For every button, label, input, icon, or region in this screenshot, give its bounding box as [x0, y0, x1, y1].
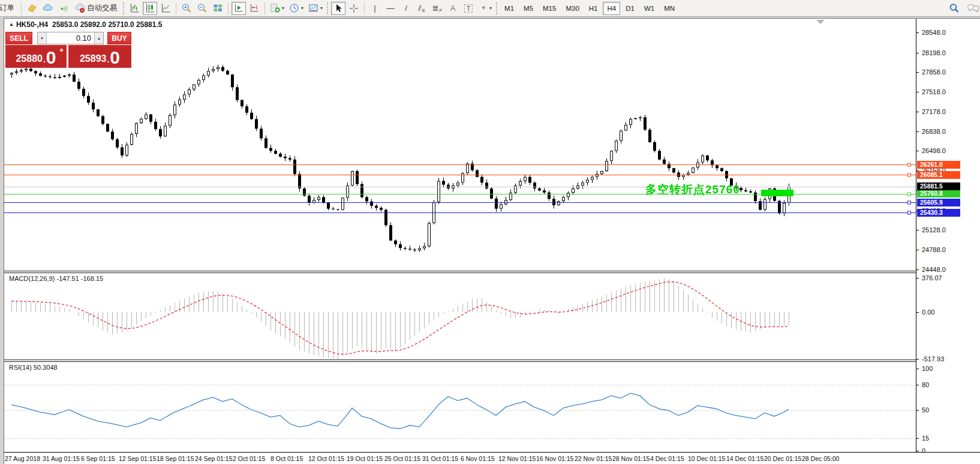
search-button[interactable]: [947, 2, 961, 15]
crosshair-icon: [349, 4, 359, 13]
one-click-trade-panel: SELL ▾ ▴ BUY 25880 . 0 25893 . 0: [5, 32, 132, 68]
text-label-tool-button[interactable]: T: [461, 2, 476, 15]
date-tick-label: 12 Sep 01:15: [119, 455, 156, 462]
axis-tick-label: 24788.0: [922, 246, 946, 253]
sell-price-display[interactable]: 25880 . 0: [5, 45, 67, 68]
hline-price-tag[interactable]: 26085.1: [917, 171, 960, 179]
axis-tick-label: -517.93: [922, 355, 944, 363]
tf-button-h1[interactable]: H1: [585, 2, 602, 15]
axis-tick-mark: [916, 359, 919, 360]
tile-windows-button[interactable]: [211, 2, 225, 15]
label-tool-icon: T: [464, 4, 473, 13]
tf-button-m15[interactable]: M15: [539, 2, 560, 15]
sell-button[interactable]: SELL: [5, 32, 32, 44]
tf-button-m30[interactable]: M30: [561, 2, 583, 15]
axis-tick-label: 24448.0: [922, 266, 946, 273]
zoom-out-button[interactable]: [195, 2, 209, 15]
date-tick-label: 24 Sep 01:15: [195, 455, 232, 462]
axis-tick-mark: [916, 451, 919, 451]
tf-button-m1[interactable]: M1: [500, 2, 518, 15]
autoscroll-icon: [234, 3, 244, 13]
toolbar-right-group: [946, 0, 980, 16]
date-tick-label: 8 Oct 01:15: [270, 455, 303, 462]
pane-separator[interactable]: [4, 271, 980, 273]
hline-price-tag[interactable]: 25605.9: [917, 199, 960, 206]
favorites-button[interactable]: [25, 2, 39, 15]
autotrade-button[interactable]: 自动交易: [71, 2, 121, 15]
support-zone-highlight[interactable]: [761, 190, 793, 196]
periods-button[interactable]: ▾: [287, 2, 305, 15]
indicators-button[interactable]: ▾: [268, 2, 286, 15]
volume-decrease-button[interactable]: ▾: [38, 32, 47, 44]
toolbar-grip: [327, 2, 329, 14]
tf-button-h4[interactable]: H4: [603, 2, 620, 15]
signals-icon: [58, 3, 68, 13]
price-chart-canvas[interactable]: [4, 19, 916, 452]
tf-button-w1[interactable]: W1: [640, 2, 659, 15]
axis-tick-label: 80: [922, 381, 929, 388]
hline-price-tag[interactable]: 25760.8: [917, 190, 960, 197]
chart-shift-marker-icon[interactable]: [816, 20, 825, 24]
date-tick-label: 6 Sep 01:15: [81, 455, 115, 462]
date-tick-label: 20 Dec 01:15: [764, 455, 801, 462]
panel-handle-icon: [59, 48, 64, 52]
toolbar-grip: [496, 2, 498, 14]
chat-icon: [967, 3, 980, 14]
date-tick-label: 14 Dec 01:15: [726, 455, 763, 462]
community-button[interactable]: [40, 2, 55, 15]
date-axis[interactable]: 27 Aug 201831 Aug 01:156 Sep 01:1512 Sep…: [4, 452, 980, 464]
sell-price-dot: .: [43, 52, 46, 67]
tf-button-d1[interactable]: D1: [621, 2, 639, 15]
axis-tick-label: 376.07: [922, 274, 942, 282]
bar-chart-button[interactable]: [127, 2, 142, 15]
tf-button-mn[interactable]: MN: [660, 2, 679, 15]
zoom-in-button[interactable]: [179, 2, 194, 15]
pivot-annotation-text[interactable]: 多空转折点25760: [645, 182, 740, 197]
cursor-tool-button[interactable]: [331, 2, 345, 15]
templates-button[interactable]: ▾: [306, 2, 324, 15]
new-order-button[interactable]: 订单: [0, 2, 18, 15]
candlestick-chart-button[interactable]: [143, 2, 157, 15]
buy-price-display[interactable]: 25893 . 0: [68, 45, 131, 68]
line-chart-button[interactable]: [158, 2, 173, 15]
equidistant-channel-tool-button[interactable]: ⫽ E: [414, 2, 429, 15]
trendline-tool-button[interactable]: /: [399, 2, 413, 15]
horizontal-line-tool-button[interactable]: —: [383, 2, 398, 15]
hline-price-tag[interactable]: 25430.3: [917, 209, 960, 217]
rsi-indicator-label: RSI(14) 50.3048: [9, 364, 58, 371]
date-tick-label: 2 Oct 01:15: [233, 455, 265, 462]
sell-price-big-digit: 0: [46, 49, 56, 67]
volume-spinner: ▾ ▴: [37, 32, 104, 44]
date-tick-label: 4 Dec 01:15: [650, 455, 684, 462]
chat-button[interactable]: [966, 2, 980, 15]
templates-icon: [308, 3, 319, 14]
chart-title: ▲HK50-,H4 25853.0 25892.0 25710.0 25881.…: [9, 20, 162, 29]
autoscroll-button[interactable]: [232, 2, 246, 15]
buy-button[interactable]: BUY: [107, 32, 131, 44]
price-axis[interactable]: 28548.028198.027858.027518.027178.026838…: [916, 19, 980, 464]
toolbar-grip: [123, 2, 125, 14]
chart-shift-button[interactable]: [247, 2, 261, 15]
channel-icon: ⫽: [418, 4, 422, 13]
bid-price-tag[interactable]: 25881.5: [917, 182, 960, 190]
axis-tick-mark: [916, 72, 919, 73]
axis-tick-mark: [916, 32, 919, 33]
tf-button-m5[interactable]: M5: [519, 2, 537, 15]
volume-increase-button[interactable]: ▴: [94, 32, 103, 44]
signals-button[interactable]: [56, 2, 70, 15]
hline-price-tag[interactable]: 26261.0: [917, 161, 960, 169]
vertical-line-tool-button[interactable]: |: [368, 2, 382, 15]
axis-tick-mark: [916, 250, 919, 250]
date-tick-label: 6 Nov 01:15: [461, 455, 495, 462]
text-tool-button[interactable]: A: [446, 2, 460, 15]
crosshair-tool-button[interactable]: [347, 2, 361, 15]
date-tick-label: 16 Nov 01:15: [536, 455, 573, 462]
pane-separator[interactable]: [4, 360, 980, 362]
fibonacci-tool-button[interactable]: ≣ F: [430, 2, 444, 15]
arrows-tool-button[interactable]: ▾: [477, 2, 494, 15]
date-tick-label: 28 Dec 05:00: [802, 455, 839, 462]
date-tick-label: 27 Aug 2018: [5, 455, 40, 462]
axis-tick-mark: [916, 112, 919, 112]
autotrade-label: 自动交易: [87, 3, 117, 13]
volume-input[interactable]: [47, 32, 94, 44]
